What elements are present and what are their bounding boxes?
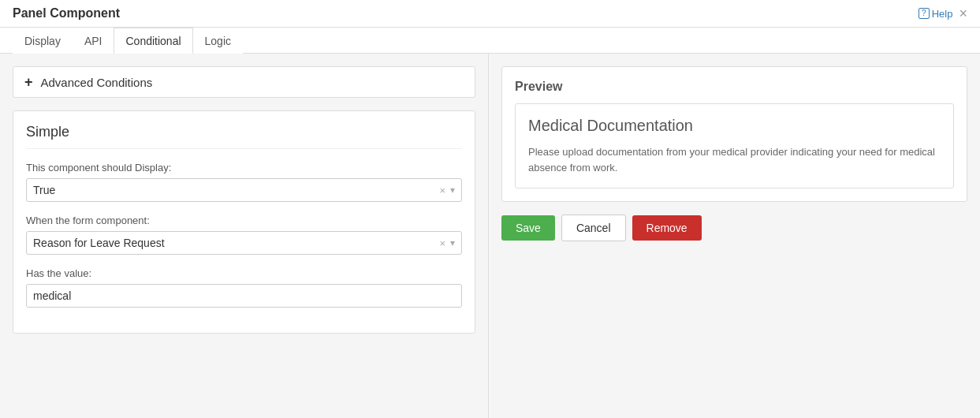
simple-title: Simple <box>26 124 462 149</box>
tabs: Display API Conditional Logic <box>0 28 980 54</box>
save-button[interactable]: Save <box>501 215 555 241</box>
form-component-label: When the form component: <box>26 215 462 226</box>
tab-conditional[interactable]: Conditional <box>114 28 192 54</box>
display-label: This component should Display: <box>26 162 462 174</box>
close-button[interactable]: × <box>959 6 967 21</box>
preview-card-text: Please upload documentation from your me… <box>528 144 941 175</box>
has-value-input[interactable] <box>26 284 462 308</box>
preview-card: Medical Documentation Please upload docu… <box>515 103 954 188</box>
has-value-group: Has the value: <box>26 267 462 308</box>
preview-title: Preview <box>515 80 954 94</box>
help-label: Help <box>932 8 953 20</box>
preview-box: Preview Medical Documentation Please upl… <box>501 66 967 202</box>
display-group: This component should Display: True × ▾ <box>26 162 462 202</box>
form-component-arrow-icon: ▾ <box>450 237 455 248</box>
preview-card-title: Medical Documentation <box>528 117 941 135</box>
has-value-label: Has the value: <box>26 267 462 279</box>
display-select-value: True <box>33 184 439 196</box>
left-panel: + Advanced Conditions Simple This compon… <box>0 54 489 418</box>
form-component-value: Reason for Leave Request <box>33 237 439 249</box>
modal: Panel Component ? Help × Display API Con… <box>0 0 980 418</box>
cancel-button[interactable]: Cancel <box>561 215 626 241</box>
action-buttons: Save Cancel Remove <box>501 215 967 241</box>
display-arrow-icon: ▾ <box>450 185 455 196</box>
advanced-conditions-label: Advanced Conditions <box>41 76 153 89</box>
form-component-select[interactable]: Reason for Leave Request × ▾ <box>26 231 462 255</box>
advanced-conditions-toggle[interactable]: + <box>24 75 33 89</box>
tab-api[interactable]: API <box>73 28 114 54</box>
tab-logic[interactable]: Logic <box>193 28 243 54</box>
form-component-group: When the form component: Reason for Leav… <box>26 215 462 255</box>
modal-title: Panel Component <box>13 6 120 27</box>
modal-header: Panel Component ? Help × <box>0 0 980 28</box>
help-link[interactable]: ? Help <box>919 8 953 20</box>
form-component-clear-icon[interactable]: × <box>439 237 445 249</box>
right-panel: Preview Medical Documentation Please upl… <box>489 54 980 418</box>
help-icon: ? <box>919 8 930 19</box>
display-select[interactable]: True × ▾ <box>26 178 462 202</box>
display-clear-icon[interactable]: × <box>439 185 445 196</box>
remove-button[interactable]: Remove <box>632 215 702 241</box>
modal-header-right: ? Help × <box>919 6 967 27</box>
tab-display[interactable]: Display <box>13 28 73 54</box>
simple-section: Simple This component should Display: Tr… <box>13 110 475 334</box>
advanced-conditions-row: + Advanced Conditions <box>13 66 475 98</box>
modal-body: + Advanced Conditions Simple This compon… <box>0 54 980 418</box>
